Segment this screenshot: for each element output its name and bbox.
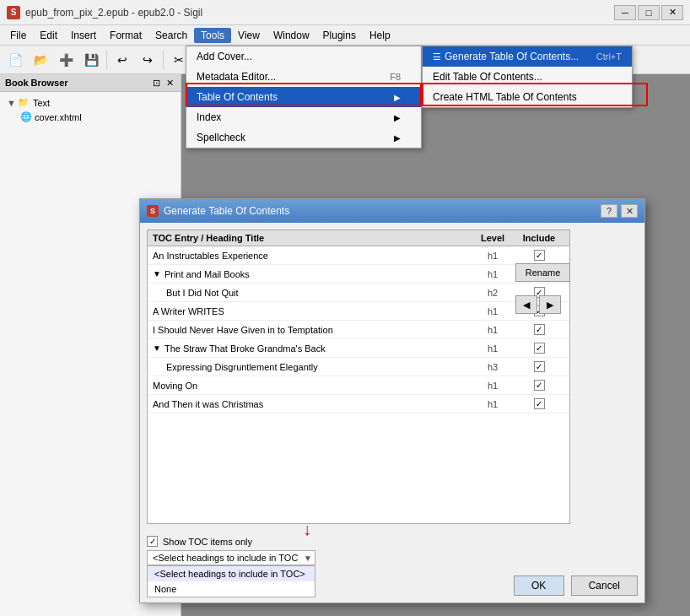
- menu-plugins[interactable]: Plugins: [316, 28, 363, 43]
- dialog-title-buttons: ? ✕: [601, 204, 638, 218]
- show-toc-label: Show TOC items only: [163, 537, 252, 547]
- col-entry: TOC Entry / Heading Title: [153, 233, 472, 243]
- table-row[interactable]: ▼ The Straw That Broke Grandma's Back h1: [148, 339, 569, 358]
- book-browser-float[interactable]: ⊡: [150, 77, 162, 89]
- window-controls: ─ □ ✕: [614, 5, 683, 20]
- toc-submenu-arrow: ▶: [394, 93, 401, 102]
- menu-file[interactable]: File: [3, 28, 33, 43]
- row-checkbox[interactable]: [534, 343, 545, 354]
- expand-arrow-icon: ▼: [153, 343, 161, 353]
- row-title: An Instructables Experience: [153, 251, 472, 261]
- add-button[interactable]: ➕: [54, 48, 78, 72]
- tools-dropdown: Add Cover... Metadata Editor... F8 Table…: [186, 46, 422, 149]
- cover-icon: 🌐: [20, 111, 32, 122]
- toc-icon: ☰: [433, 51, 441, 62]
- menu-metadata-editor[interactable]: Metadata Editor... F8: [186, 67, 421, 87]
- table-row[interactable]: But I Did Not Quit h2: [148, 284, 569, 302]
- rename-button[interactable]: Rename: [515, 263, 570, 282]
- dialog-bottom: Show TOC items only <Select headings to …: [140, 531, 644, 570]
- dialog-title: Generate Table Of Contents: [164, 205, 601, 217]
- menu-spellcheck[interactable]: Spellcheck ▶: [186, 127, 421, 148]
- open-button[interactable]: 📂: [29, 48, 52, 72]
- table-row[interactable]: ▼ Print and Mail Books h1: [148, 265, 569, 284]
- redo-button[interactable]: ↪: [136, 48, 159, 72]
- row-title: ▼ The Straw That Broke Grandma's Back: [153, 343, 472, 354]
- row-level: h1: [472, 399, 514, 409]
- dialog-icon: S: [147, 205, 159, 217]
- minimize-button[interactable]: ─: [614, 5, 636, 20]
- row-level: h1: [472, 306, 514, 316]
- book-browser-title: Book Browser: [5, 78, 68, 88]
- table-row[interactable]: Expressing Disgruntlement Elegantly h3: [148, 358, 569, 376]
- nav-buttons: ◀ ▶: [515, 295, 570, 314]
- dropdown-option-1[interactable]: None: [148, 581, 315, 597]
- dropdown-option-0[interactable]: <Select headings to include in TOC>: [148, 566, 315, 581]
- nav-right-button[interactable]: ▶: [539, 295, 561, 314]
- menu-toc[interactable]: Table Of Contents ▶: [186, 87, 421, 107]
- close-button[interactable]: ✕: [661, 5, 683, 20]
- row-checkbox[interactable]: [534, 398, 545, 409]
- row-level: h1: [472, 381, 514, 391]
- toc-edit-item[interactable]: Edit Table Of Contents...: [423, 67, 632, 87]
- table-row[interactable]: Moving On h1: [148, 376, 569, 395]
- row-checkbox[interactable]: [534, 250, 545, 261]
- tree-arrow-icon: ▼: [7, 98, 16, 108]
- spellcheck-submenu-arrow: ▶: [394, 133, 401, 143]
- cancel-button[interactable]: Cancel: [571, 575, 638, 596]
- tree-cover-item[interactable]: 🌐 cover.xhtml: [3, 110, 177, 124]
- row-title: Moving On: [153, 381, 472, 391]
- heading-select[interactable]: <Select headings to include in TOC> None: [147, 550, 315, 565]
- row-include: [514, 343, 564, 354]
- toc-create-html-item[interactable]: Create HTML Table Of Contents: [423, 87, 632, 107]
- menu-add-cover[interactable]: Add Cover...: [186, 46, 421, 67]
- table-row[interactable]: And Then it was Christmas h1: [148, 395, 569, 413]
- row-level: h1: [472, 251, 514, 261]
- expand-arrow-icon: ▼: [153, 269, 161, 278]
- select-wrapper: <Select headings to include in TOC> None…: [147, 550, 638, 565]
- menu-insert[interactable]: Insert: [64, 28, 103, 43]
- menu-window[interactable]: Window: [267, 28, 316, 43]
- app-title: epub_from_pix_2.epub - epub2.0 - Sigil: [25, 7, 202, 19]
- row-title: I Should Never Have Given in to Temptati…: [153, 325, 472, 335]
- table-row[interactable]: A Writer WRITES h1: [148, 302, 569, 321]
- tree-text-folder[interactable]: ▼ 📁 Text: [3, 95, 177, 110]
- row-include: [514, 398, 564, 409]
- toc-submenu: ☰ Generate Table Of Contents... Ctrl+T E…: [422, 46, 633, 108]
- table-row[interactable]: I Should Never Have Given in to Temptati…: [148, 321, 569, 339]
- menu-index[interactable]: Index ▶: [186, 107, 421, 127]
- save-button[interactable]: 💾: [79, 48, 103, 72]
- ok-button[interactable]: OK: [514, 575, 564, 596]
- table-row[interactable]: An Instructables Experience h1: [148, 246, 569, 265]
- cover-label: cover.xhtml: [35, 112, 82, 122]
- sep2: [163, 51, 164, 69]
- menu-tools[interactable]: Tools: [194, 28, 231, 43]
- dialog-help-button[interactable]: ?: [601, 204, 617, 218]
- row-checkbox[interactable]: [534, 324, 545, 335]
- book-browser-close[interactable]: ✕: [164, 77, 175, 89]
- row-level: h1: [472, 343, 514, 354]
- generate-toc-dialog: S Generate Table Of Contents ? ✕ TOC Ent…: [139, 198, 645, 603]
- folder-icon: 📁: [18, 97, 30, 108]
- row-checkbox[interactable]: [534, 361, 545, 372]
- toc-generate-item[interactable]: ☰ Generate Table Of Contents... Ctrl+T: [423, 46, 632, 67]
- show-toc-checkbox[interactable]: [147, 536, 158, 547]
- menu-format[interactable]: Format: [103, 28, 148, 43]
- row-title: But I Did Not Quit: [153, 288, 472, 298]
- menu-bar: File Edit Insert Format Search Tools Vie…: [0, 25, 690, 46]
- menu-edit[interactable]: Edit: [33, 28, 64, 43]
- new-button[interactable]: 📄: [3, 48, 27, 72]
- dropdown-list: <Select headings to include in TOC> None: [147, 565, 315, 597]
- row-include: [514, 380, 564, 391]
- row-include: [514, 361, 564, 372]
- dialog-close-button[interactable]: ✕: [621, 204, 638, 218]
- show-toc-row: Show TOC items only: [147, 536, 638, 547]
- browser-tree: ▼ 📁 Text 🌐 cover.xhtml: [0, 92, 181, 127]
- menu-view[interactable]: View: [231, 28, 267, 43]
- menu-search[interactable]: Search: [148, 28, 194, 43]
- row-checkbox[interactable]: [534, 380, 545, 391]
- nav-left-button[interactable]: ◀: [515, 295, 537, 314]
- row-title: Expressing Disgruntlement Elegantly: [153, 362, 472, 372]
- maximize-button[interactable]: □: [638, 5, 660, 20]
- undo-button[interactable]: ↩: [111, 48, 134, 72]
- menu-help[interactable]: Help: [363, 28, 397, 43]
